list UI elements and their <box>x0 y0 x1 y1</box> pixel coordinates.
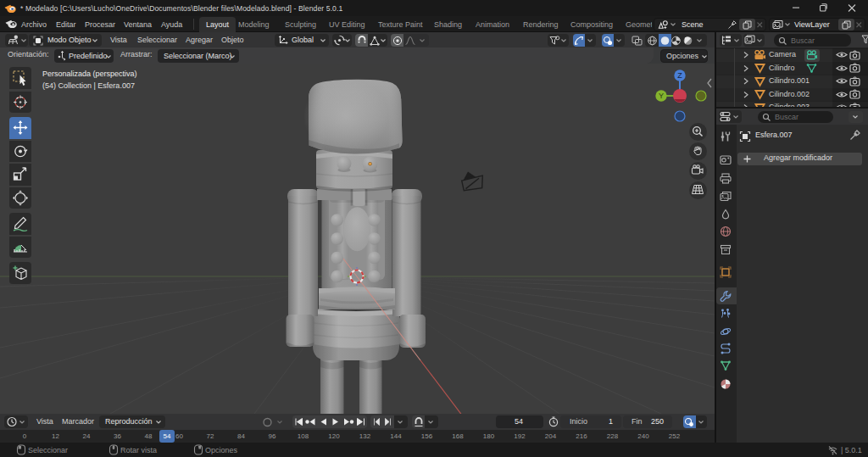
svg-text:Y: Y <box>659 92 664 100</box>
svg-text:Z: Z <box>677 71 682 80</box>
